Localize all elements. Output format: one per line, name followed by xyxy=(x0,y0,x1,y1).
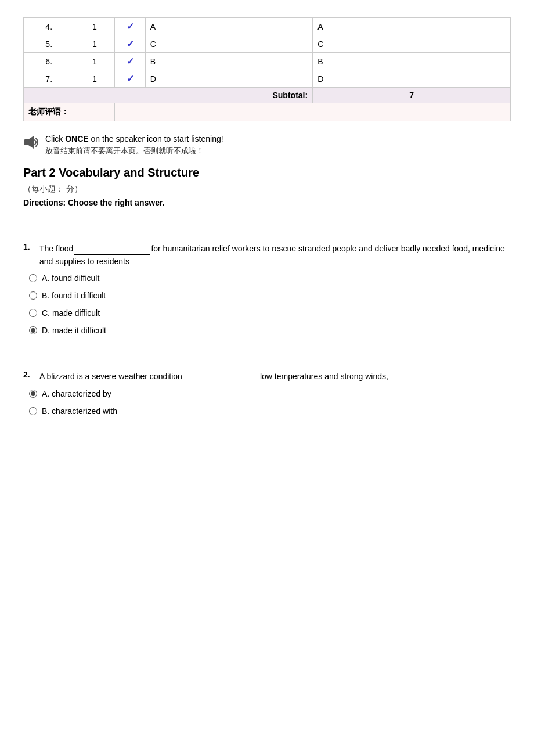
option-label-1-3: C. made difficult xyxy=(42,308,100,318)
part2-heading: Part 2 Vocabulary and Structure xyxy=(23,166,511,179)
row-check: ✓ xyxy=(115,70,145,88)
speaker-section: Click ONCE on the speaker icon to start … xyxy=(23,133,511,157)
row-score: 1 xyxy=(74,70,115,88)
option-item-1-4[interactable]: D. made it difficult xyxy=(29,326,511,335)
once-label: ONCE xyxy=(65,134,88,143)
row-answer: B xyxy=(145,53,312,70)
directions-label: Directions: Choose the right answer. xyxy=(23,198,511,207)
chinese-note: 放音结束前请不要离开本页。否则就听不成啦！ xyxy=(45,145,223,157)
row-score: 1 xyxy=(74,53,115,70)
option-label-1-4: D. made it difficult xyxy=(42,326,106,335)
teacher-comment-label: 老师评语： xyxy=(24,103,115,121)
click-rest: on the speaker icon to start listening! xyxy=(89,134,223,143)
per-item-label: （每小题： 分） xyxy=(23,184,511,195)
table-row: 5. 1 ✓ C C xyxy=(24,35,511,53)
subtotal-label: Subtotal: xyxy=(24,88,313,103)
question-text-1: The floodfor humanitarian relief workers… xyxy=(39,242,511,268)
question-stem-1: 1.The floodfor humanitarian relief worke… xyxy=(23,242,511,268)
row-teacher-answer: B xyxy=(313,53,511,70)
subtotal-value: 7 xyxy=(313,88,511,103)
speaker-icon[interactable] xyxy=(23,134,39,150)
speaker-text-block: Click ONCE on the speaker icon to start … xyxy=(45,133,223,157)
radio-2-2[interactable] xyxy=(29,407,37,415)
option-item-1-1[interactable]: A. found difficult xyxy=(29,273,511,283)
row-teacher-answer: D xyxy=(313,70,511,88)
option-label-1-1: A. found difficult xyxy=(42,273,99,283)
option-label-2-2: B. characterized with xyxy=(42,406,117,416)
option-label-1-2: B. found it difficult xyxy=(42,291,106,300)
row-check: ✓ xyxy=(115,35,145,53)
row-num: 6. xyxy=(24,53,74,70)
row-check: ✓ xyxy=(115,53,145,70)
table-row: 4. 1 ✓ A A xyxy=(24,18,511,35)
radio-1-1[interactable] xyxy=(29,274,37,282)
option-item-1-2[interactable]: B. found it difficult xyxy=(29,291,511,300)
radio-1-3[interactable] xyxy=(29,309,37,317)
blank-2 xyxy=(183,374,259,383)
row-check: ✓ xyxy=(115,18,145,35)
radio-1-2[interactable] xyxy=(29,291,37,300)
question-block-1: 1.The floodfor humanitarian relief worke… xyxy=(23,242,511,336)
table-row: 6. 1 ✓ B B xyxy=(24,53,511,70)
teacher-comment-content xyxy=(115,103,511,121)
svg-marker-1 xyxy=(28,136,34,149)
subtotal-row: Subtotal: 7 xyxy=(24,88,511,103)
row-answer: D xyxy=(145,70,312,88)
row-score: 1 xyxy=(74,35,115,53)
row-answer: A xyxy=(145,18,312,35)
teacher-comment-row: 老师评语： xyxy=(24,103,511,121)
question-stem-2: 2.A blizzard is a severe weather conditi… xyxy=(23,370,511,383)
option-item-2-2[interactable]: B. characterized with xyxy=(29,406,511,416)
question-block-2: 2.A blizzard is a severe weather conditi… xyxy=(23,370,511,415)
option-item-2-1[interactable]: A. characterized by xyxy=(29,389,511,398)
row-teacher-answer: A xyxy=(313,18,511,35)
row-score: 1 xyxy=(74,18,115,35)
options-list-1: A. found difficultB. found it difficultC… xyxy=(29,273,511,335)
question-text-2: A blizzard is a severe weather condition… xyxy=(39,370,388,383)
score-table: 4. 1 ✓ A A 5. 1 ✓ C C 6. 1 ✓ B B 7. 1 ✓ … xyxy=(23,17,511,121)
row-num: 5. xyxy=(24,35,74,53)
blank-1 xyxy=(74,246,150,255)
option-label-2-1: A. characterized by xyxy=(42,389,111,398)
options-list-2: A. characterized byB. characterized with xyxy=(29,389,511,416)
row-num: 7. xyxy=(24,70,74,88)
row-teacher-answer: C xyxy=(313,35,511,53)
row-answer: C xyxy=(145,35,312,53)
svg-rect-0 xyxy=(24,139,28,145)
click-label: Click xyxy=(45,134,65,143)
question-num-1: 1. xyxy=(23,242,36,251)
option-item-1-3[interactable]: C. made difficult xyxy=(29,308,511,318)
row-num: 4. xyxy=(24,18,74,35)
question-num-2: 2. xyxy=(23,370,36,379)
radio-1-4[interactable] xyxy=(29,326,37,334)
table-row: 7. 1 ✓ D D xyxy=(24,70,511,88)
radio-2-1[interactable] xyxy=(29,390,37,398)
